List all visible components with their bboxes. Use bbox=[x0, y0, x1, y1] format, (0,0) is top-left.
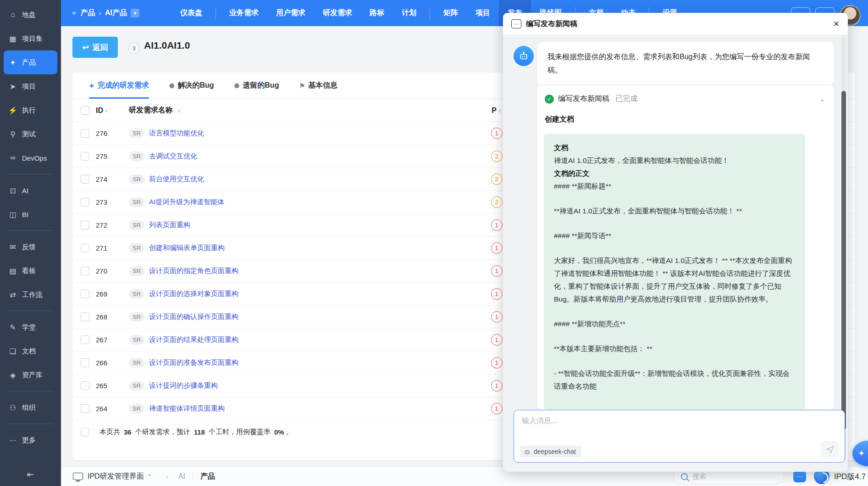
product-switcher-caret[interactable]: ▾ bbox=[131, 9, 139, 17]
bot-avatar bbox=[514, 46, 534, 66]
row-checkbox[interactable] bbox=[81, 335, 89, 344]
row-checkbox[interactable] bbox=[81, 244, 89, 252]
back-button[interactable]: ↩ 返回 bbox=[72, 37, 118, 58]
footer-checkbox[interactable] bbox=[81, 428, 89, 436]
story-link[interactable]: 设计页面的指定角色页面重构 bbox=[149, 267, 238, 275]
sidebar-item-label: 学堂 bbox=[22, 323, 36, 332]
page-title: AI1.0AI1.0 bbox=[144, 40, 190, 51]
menu-item-仪表盘[interactable]: 仪表盘 bbox=[171, 0, 211, 26]
row-checkbox[interactable] bbox=[81, 175, 89, 184]
row-name-cell: SR设计页面的确认操作页面重构 bbox=[129, 312, 483, 322]
tab-遗留的Bug[interactable]: ✺遗留的Bug bbox=[234, 73, 279, 99]
sidebar-item-label: 项目集 bbox=[22, 34, 43, 43]
row-id-cell: 265 bbox=[89, 382, 129, 390]
sidebar-item-kanban[interactable]: ▤看板 bbox=[4, 259, 57, 283]
col-header-id[interactable]: ID bbox=[96, 106, 103, 115]
story-link[interactable]: 设计页面的结果处理页面重构 bbox=[149, 335, 238, 344]
row-id: 269 bbox=[96, 290, 107, 298]
chat-input[interactable]: 输入消息... deepseek-chat bbox=[514, 410, 845, 463]
row-checkbox[interactable] bbox=[81, 358, 89, 367]
sidebar-item-bi[interactable]: ◫BI bbox=[4, 202, 57, 226]
story-link[interactable]: 前台使用交互优化 bbox=[149, 175, 204, 184]
sidebar-item-doc[interactable]: ❏文档 bbox=[4, 339, 57, 363]
sidebar-item-assets[interactable]: ◈资产库 bbox=[4, 363, 57, 387]
doc-blank-line bbox=[554, 218, 795, 229]
chevron-down-icon[interactable]: ⌄ bbox=[819, 95, 825, 103]
menu-item-研发需求[interactable]: 研发需求 bbox=[314, 0, 361, 26]
sidebar-item-feedback[interactable]: ✉反馈 bbox=[4, 235, 57, 259]
bottom-crumb-ai[interactable]: AI bbox=[178, 472, 185, 480]
story-link[interactable]: 列表页面重构 bbox=[149, 221, 190, 229]
sort-icon[interactable]: ▲▼ bbox=[105, 108, 108, 113]
story-link[interactable]: 禅道智能体详情页面重构 bbox=[149, 404, 225, 413]
sidebar-item-label: 地盘 bbox=[22, 11, 36, 19]
row-checkbox[interactable] bbox=[81, 313, 89, 321]
menu-item-矩阵[interactable]: 矩阵 bbox=[435, 0, 467, 26]
story-link[interactable]: 设计页面的选择对象页面重构 bbox=[149, 290, 238, 298]
sidebar-item-ai[interactable]: ⊡AI bbox=[4, 179, 57, 202]
row-checkbox[interactable] bbox=[81, 404, 89, 413]
row-checkbox[interactable] bbox=[81, 381, 89, 390]
story-link[interactable]: 创建和编辑表单页面重构 bbox=[149, 244, 225, 252]
close-icon[interactable]: ✕ bbox=[833, 19, 840, 29]
row-checkbox[interactable] bbox=[81, 267, 89, 275]
tab-解决的Bug[interactable]: ✺解决的Bug bbox=[169, 73, 214, 99]
breadcrumb-product[interactable]: 产品 bbox=[81, 8, 95, 18]
row-checkbox[interactable] bbox=[81, 221, 89, 229]
bottom-crumb-product[interactable]: 产品 bbox=[200, 472, 215, 481]
story-link[interactable]: 语言模型功能优化 bbox=[149, 129, 204, 138]
col-header-priority[interactable]: P bbox=[492, 106, 497, 115]
sidebar-item-label: 测试 bbox=[22, 130, 36, 139]
workspace-switcher[interactable]: IPD研发管理界面 ⌃ bbox=[88, 472, 152, 481]
story-link[interactable]: 设计页面的确认操作页面重构 bbox=[149, 313, 238, 321]
priority-badge: 1 bbox=[491, 403, 503, 414]
sidebar-item-home[interactable]: ⌂地盘 bbox=[4, 3, 57, 27]
breadcrumb-current-product[interactable]: AI产品 bbox=[105, 8, 127, 18]
sidebar-item-devops[interactable]: ∞DevOps bbox=[4, 146, 57, 170]
tab-基本信息[interactable]: ⚑基本信息 bbox=[299, 73, 337, 99]
sidebar-item-admin[interactable]: ⚇组织 bbox=[4, 396, 57, 419]
row-checkbox[interactable] bbox=[81, 152, 89, 161]
sort-icon[interactable]: ▲▼ bbox=[498, 108, 502, 113]
monitor-icon bbox=[73, 473, 83, 480]
select-all-checkbox[interactable] bbox=[81, 106, 89, 115]
story-link[interactable]: AI提词升级为禅道智能体 bbox=[149, 198, 224, 207]
doc-section-heading: 创建文档 bbox=[537, 104, 834, 124]
priority-badge: 2 bbox=[491, 151, 503, 162]
story-type-badge: SR bbox=[129, 404, 144, 413]
sidebar-item-project[interactable]: ➤项目 bbox=[4, 74, 57, 98]
chat-bubble-icon[interactable]: ⋯ bbox=[793, 470, 806, 482]
sidebar-item-workflow[interactable]: ⇄工作流 bbox=[4, 283, 57, 307]
row-checkbox[interactable] bbox=[81, 129, 89, 138]
menu-item-计划[interactable]: 计划 bbox=[393, 0, 425, 26]
sidebar-item-product[interactable]: ✦产品 bbox=[4, 50, 57, 74]
sidebar-item-execution[interactable]: ⚡执行 bbox=[4, 98, 57, 122]
row-checkbox[interactable] bbox=[81, 198, 89, 207]
sort-icon[interactable]: ▲▼ bbox=[177, 108, 181, 113]
story-link[interactable]: 设计提词的步骤条重构 bbox=[149, 381, 218, 390]
menu-item-用户需求[interactable]: 用户需求 bbox=[267, 0, 314, 26]
diamond-icon: ◈ bbox=[8, 371, 17, 380]
row-id-cell: 272 bbox=[89, 221, 129, 229]
panel-scrollbar-thumb[interactable] bbox=[841, 91, 846, 430]
release-count-badge: 3 bbox=[128, 42, 140, 54]
sidebar-item-qa[interactable]: ⚲测试 bbox=[4, 122, 57, 146]
menu-item-项目[interactable]: 项目 bbox=[467, 0, 499, 26]
sidebar-item-label: 看板 bbox=[22, 267, 36, 275]
menu-item-路标[interactable]: 路标 bbox=[361, 0, 393, 26]
sidebar-item-program[interactable]: ▦项目集 bbox=[4, 27, 57, 50]
kanban-icon: ▤ bbox=[8, 267, 17, 275]
row-checkbox[interactable] bbox=[81, 290, 89, 298]
priority-badge: 1 bbox=[491, 288, 503, 300]
sidebar-item-school[interactable]: ✎学堂 bbox=[4, 315, 57, 339]
model-selector[interactable]: deepseek-chat bbox=[520, 446, 581, 458]
sidebar-collapse-button[interactable]: ⇤ bbox=[0, 469, 61, 480]
send-button[interactable] bbox=[821, 441, 839, 458]
sidebar-item-more[interactable]: ⋯更多 bbox=[4, 428, 57, 452]
story-link[interactable]: 去调试交互优化 bbox=[149, 152, 197, 161]
menu-item-业务需求[interactable]: 业务需求 bbox=[221, 0, 267, 26]
story-link[interactable]: 设计页面的准备发布页面重构 bbox=[149, 358, 238, 367]
doc-line: - **智能会话功能全面升级**：新增智能会话模块，优化页面兼容性，实现会话重命… bbox=[554, 367, 795, 393]
tab-完成的研发需求[interactable]: ✦完成的研发需求 bbox=[89, 73, 149, 99]
col-header-name[interactable]: 研发需求名称 bbox=[129, 106, 173, 115]
